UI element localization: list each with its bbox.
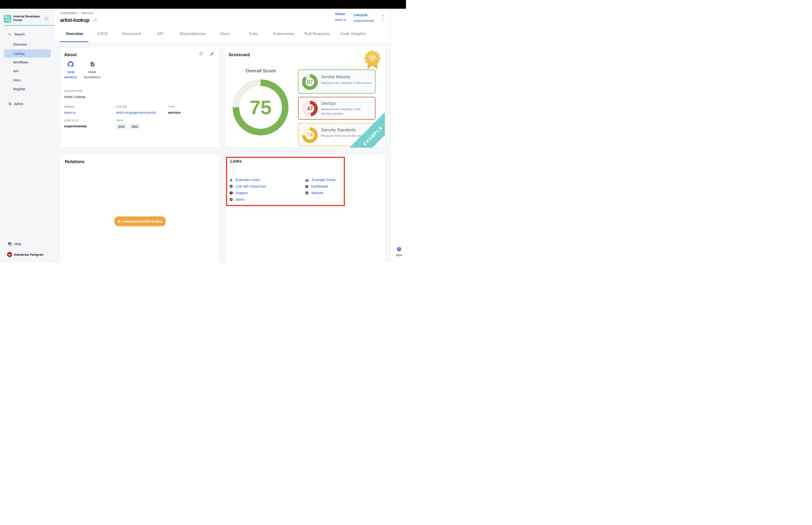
svg-text:Gold: Gold xyxy=(370,56,375,58)
svg-text:Tier: Tier xyxy=(370,58,374,61)
svg-text:?: ? xyxy=(9,242,10,244)
